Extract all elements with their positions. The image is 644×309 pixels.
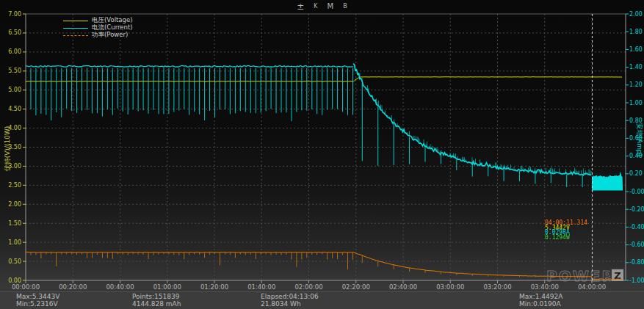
scale-plusminus-button[interactable]: ± [295, 1, 305, 12]
axis-tick-label: 6.00 [8, 48, 21, 55]
power-pulse-dips [31, 252, 582, 277]
axes: 7.006.506.005.505.004.504.003.503.002.50… [8, 11, 644, 291]
current-line-swatch [63, 28, 88, 29]
voltage-series [26, 77, 622, 82]
axis-tick-label: 01:20:00 [200, 283, 228, 291]
axis-tick-label: -0.40 [629, 224, 644, 230]
power-z-watermark: POWER-Z [546, 267, 624, 285]
power-z-app-window: { "app": { "watermark": { "text": "POWER… [0, 0, 644, 309]
right-axis-title: 安培(Amp) [634, 89, 644, 192]
axis-tick-label: 1.00 [8, 239, 21, 246]
axis-tick-label: -0.60 [629, 241, 644, 248]
chart-legend: 电压(Voltage) 电流(Current) 功率(Power) [63, 17, 133, 39]
axis-tick-label: 0.50 [8, 258, 21, 265]
axis-tick-label: -0.20 [629, 206, 644, 213]
axis-tick-label: 02:00:00 [294, 283, 322, 291]
axis-tick-label: 00:00:00 [12, 283, 40, 291]
axis-tick-label: 00:40:00 [106, 283, 134, 291]
axis-tick-label: 6.50 [8, 29, 21, 36]
axis-tick-label: 01:40:00 [247, 283, 275, 291]
scale-m-button[interactable]: M [326, 1, 336, 12]
status-bar: Max:5.3443V Min:5.2316V Points:151839 41… [0, 291, 644, 309]
axis-tick-label: 2.00 [8, 201, 21, 208]
current-oscillation-block [592, 171, 623, 190]
power-line-swatch [63, 35, 88, 36]
axis-tick-label: -0.80 [629, 259, 644, 266]
top-toolbar: ± K M B [0, 0, 644, 12]
left-axis-title: 伏特(V)/(10W) [3, 98, 12, 200]
status-points-capacity: Points:151839 4144.828 mAh [132, 294, 181, 308]
axis-tick-label: 1.80 [629, 29, 643, 35]
status-elapsed-energy: Elapsed:04:13:06 21.8034 Wh [261, 294, 319, 308]
voltage-line-swatch [63, 21, 88, 21]
axis-tick-label: 1.60 [629, 46, 643, 53]
axis-tick-label: 03:40:00 [531, 283, 559, 291]
current-min: Min:0.0190A [519, 301, 562, 308]
axis-tick-label: 02:20:00 [342, 283, 370, 291]
axis-tick-label: 04:00:00 [578, 283, 606, 291]
axis-tick-label: 5.50 [8, 68, 21, 74]
legend-item-power[interactable]: 功率(Power) [63, 32, 133, 39]
cursor-tooltip: 04:00:11.314 5.3442V 0.0298A 0.1294W [545, 221, 587, 240]
axis-tick-label: 1.20 [629, 81, 643, 88]
grid-lines [26, 14, 626, 280]
axis-tick-label: 1.50 [8, 220, 21, 227]
axis-tick-label: 01:00:00 [153, 283, 181, 291]
tooltip-power: 0.1294W [545, 236, 587, 241]
energy-wh: 21.8034 Wh [261, 301, 319, 308]
axis-tick-label: 03:00:00 [436, 283, 464, 291]
capacity-mah: 4144.828 mAh [132, 301, 181, 308]
current-series [26, 64, 623, 191]
current-pulse-dips [31, 68, 353, 121]
axis-tick-label: -1.00 [629, 277, 644, 284]
axis-tick-label: 00:20:00 [59, 283, 87, 291]
scale-k-button[interactable]: K [312, 1, 319, 12]
legend-label-power: 功率(Power) [92, 31, 128, 40]
axis-tick-label: 1.40 [629, 64, 643, 70]
status-current-stats: Max:1.4492A Min:0.0190A [519, 294, 562, 308]
chart-plot-area[interactable]: POWER-Z7.006.506.005.505.004.504.003.503… [0, 0, 644, 291]
scale-b-button[interactable]: B [341, 1, 349, 12]
voltage-min: Min:5.2316V [16, 301, 59, 308]
power-series [26, 252, 622, 280]
axis-tick-label: 5.00 [8, 87, 21, 93]
status-voltage-stats: Max:5.3443V Min:5.2316V [16, 294, 59, 308]
axis-tick-label: 03:20:00 [483, 283, 511, 291]
axis-tick-label: 02:40:00 [389, 283, 417, 291]
